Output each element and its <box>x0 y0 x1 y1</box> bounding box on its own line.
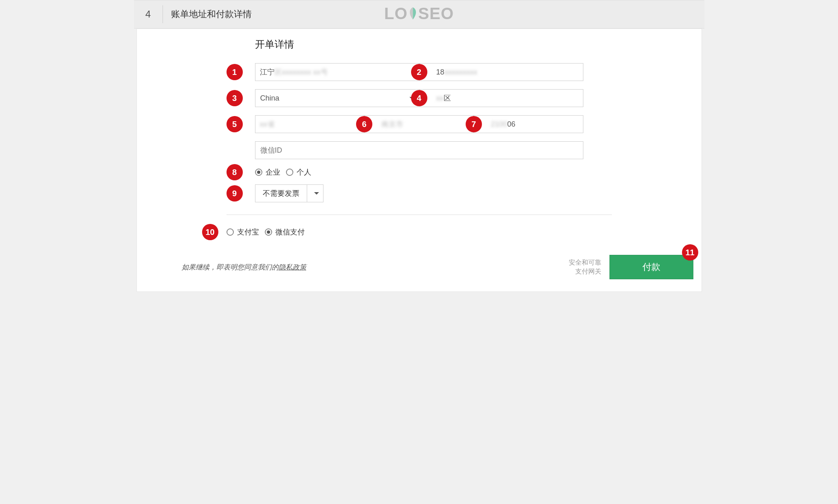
privacy-policy-link[interactable]: 隐私政策 <box>279 263 306 271</box>
disclaimer: 如果继续，即表明您同意我们的隐私政策 <box>182 263 306 272</box>
entity-personal-radio[interactable]: 个人 <box>286 167 311 177</box>
phone-input[interactable] <box>419 63 583 81</box>
annotation-badge-2: 2 <box>411 64 427 80</box>
pay-button[interactable]: 付款 <box>609 255 693 279</box>
address-input[interactable] <box>255 63 419 81</box>
annotation-badge-1: 1 <box>227 64 243 80</box>
annotation-badge-8: 8 <box>227 164 243 180</box>
annotation-badge-4: 4 <box>411 90 427 106</box>
radio-icon <box>227 228 234 236</box>
annotation-badge-3: 3 <box>227 90 243 106</box>
district-input[interactable] <box>419 89 583 107</box>
billing-form: 1 江宁区xxxxxxxx xx号 2 18xxxxxxxxx 3 <box>137 55 702 245</box>
footer: 如果继续，即表明您同意我们的隐私政策 安全和可靠 支付网关 11 付款 <box>137 245 702 279</box>
secure-gateway-text: 安全和可靠 支付网关 <box>569 258 601 276</box>
secure-line-1: 安全和可靠 <box>569 258 601 267</box>
entity-company-radio[interactable]: 企业 <box>255 167 280 177</box>
content-panel: 开单详情 1 江宁区xxxxxxxx xx号 2 18xxxxxxxxx 3 <box>136 28 702 292</box>
annotation-badge-9: 9 <box>227 185 243 202</box>
province-input[interactable] <box>255 115 365 133</box>
chevron-down-icon <box>314 192 319 195</box>
annotation-badge-10: 10 <box>202 224 218 240</box>
step-title: 账单地址和付款详情 <box>171 8 252 20</box>
radio-icon <box>265 228 272 236</box>
header-bar: 4 账单地址和付款详情 LOSEO <box>134 0 704 28</box>
payment-alipay-radio[interactable]: 支付宝 <box>227 227 259 237</box>
radio-icon <box>286 169 293 176</box>
annotation-badge-11: 11 <box>682 244 698 261</box>
section-title: 开单详情 <box>137 29 702 55</box>
country-value: China <box>260 94 279 103</box>
divider <box>227 215 612 215</box>
logo-part-1: LO <box>384 4 408 22</box>
payment-alipay-label: 支付宝 <box>237 227 259 237</box>
city-input[interactable] <box>364 115 474 133</box>
payment-wechat-label: 微信支付 <box>275 227 305 237</box>
payment-wechat-radio[interactable]: 微信支付 <box>265 227 305 237</box>
annotation-badge-7: 7 <box>466 116 482 132</box>
disclaimer-text: 如果继续，即表明您同意我们的 <box>182 263 279 271</box>
annotation-badge-5: 5 <box>227 116 243 132</box>
logo-part-2: SEO <box>418 4 454 22</box>
logo-leaf-icon <box>407 6 419 24</box>
entity-personal-label: 个人 <box>297 167 311 177</box>
wechat-id-input[interactable] <box>255 141 583 159</box>
radio-icon <box>255 169 262 176</box>
country-select[interactable]: China <box>255 89 419 107</box>
invoice-dropdown-button[interactable] <box>307 185 323 202</box>
divider <box>163 5 163 23</box>
step-number: 4 <box>134 9 163 20</box>
annotation-badge-6: 6 <box>356 116 372 132</box>
postcode-input[interactable] <box>474 115 583 133</box>
entity-company-label: 企业 <box>266 167 280 177</box>
logo: LOSEO <box>384 4 454 24</box>
invoice-select[interactable]: 不需要发票 <box>255 184 323 202</box>
secure-line-2: 支付网关 <box>569 267 601 276</box>
invoice-value: 不需要发票 <box>255 188 307 198</box>
